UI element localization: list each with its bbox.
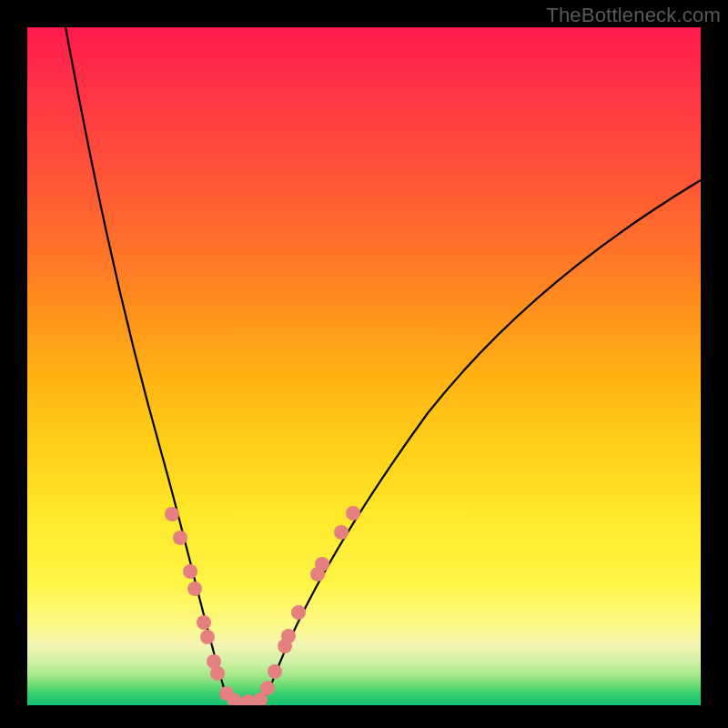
svg-point-15 [281,629,296,643]
right-curve [257,180,701,703]
svg-point-12 [260,681,275,695]
svg-point-16 [291,605,306,620]
svg-point-5 [200,630,215,644]
svg-point-1 [173,531,187,545]
svg-point-0 [165,507,179,521]
curve-layer [27,27,701,705]
svg-point-7 [210,666,225,681]
svg-point-4 [197,615,211,630]
svg-point-19 [334,525,349,540]
svg-point-2 [183,564,197,579]
svg-point-20 [346,506,360,521]
svg-point-13 [268,664,282,679]
left-curve [66,27,238,703]
chart-frame: TheBottleneck.com [0,0,728,728]
sample-dots [165,506,360,705]
svg-point-3 [187,581,202,596]
plot-area [27,27,701,705]
svg-point-18 [315,557,329,571]
watermark-text: TheBottleneck.com [546,4,721,27]
